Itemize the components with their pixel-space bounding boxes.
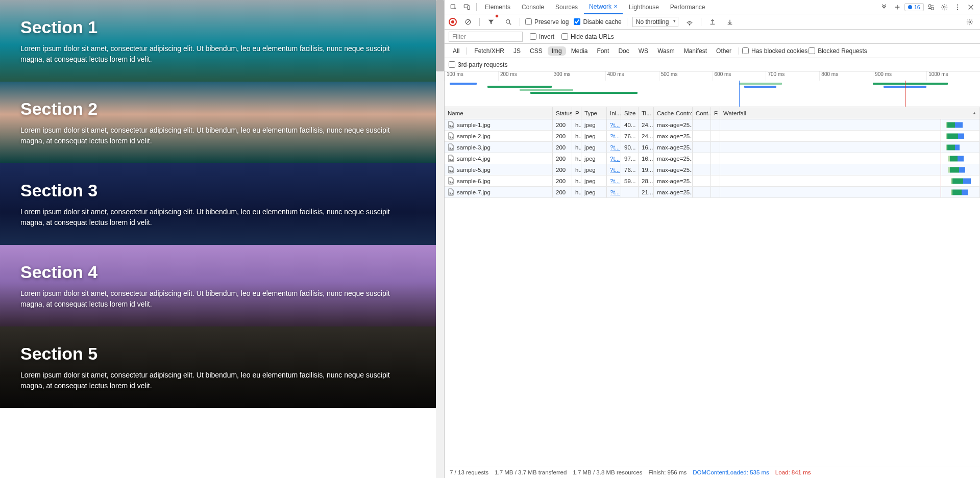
cell-name[interactable]: sample-2.jpg bbox=[445, 131, 553, 141]
table-row[interactable]: sample-2.jpg200h..jpeg?t...76...24...max… bbox=[445, 131, 980, 142]
col-size[interactable]: Size bbox=[621, 107, 639, 119]
hide-data-input[interactable] bbox=[561, 33, 568, 40]
blocked-cookies-checkbox[interactable]: Has blocked cookies bbox=[742, 47, 807, 55]
kebab-menu-icon[interactable] bbox=[951, 1, 964, 13]
col-type[interactable]: Type bbox=[581, 107, 607, 119]
tab-sources[interactable]: Sources bbox=[550, 0, 583, 14]
invert-checkbox[interactable]: Invert bbox=[530, 33, 554, 40]
cell-status: 200 bbox=[553, 142, 572, 153]
record-button[interactable] bbox=[449, 18, 457, 26]
cell-initiator[interactable]: ?t... bbox=[607, 153, 621, 164]
cell-name[interactable]: sample-3.jpg bbox=[445, 142, 553, 153]
tab-lighthouse[interactable]: Lighthouse bbox=[624, 0, 664, 14]
network-settings-icon[interactable] bbox=[964, 16, 976, 28]
col-content[interactable]: Cont... bbox=[693, 107, 711, 119]
inspect-element-icon[interactable] bbox=[448, 1, 460, 13]
col-time[interactable]: Ti... bbox=[639, 107, 654, 119]
col-protocol[interactable]: P bbox=[572, 107, 581, 119]
type-other[interactable]: Other bbox=[712, 46, 736, 56]
settings-link-icon[interactable] bbox=[925, 1, 937, 13]
tab-performance[interactable]: Performance bbox=[665, 0, 710, 14]
table-row[interactable]: sample-4.jpg200h..jpeg?t...97...16...max… bbox=[445, 153, 980, 164]
filter-input[interactable] bbox=[449, 32, 523, 42]
tick: 400 ms bbox=[605, 71, 659, 81]
table-row[interactable]: sample-6.jpg200h..jpeg?t...59...28...max… bbox=[445, 175, 980, 187]
cell-initiator[interactable]: ?t... bbox=[607, 164, 621, 175]
type-manifest[interactable]: Manifest bbox=[680, 46, 711, 56]
more-tabs-icon[interactable] bbox=[878, 1, 890, 13]
close-devtools-icon[interactable] bbox=[965, 1, 977, 13]
blocked-cookies-input[interactable] bbox=[742, 47, 749, 54]
cell-name[interactable]: sample-1.jpg bbox=[445, 119, 553, 130]
third-party-input[interactable] bbox=[449, 61, 455, 68]
tab-console[interactable]: Console bbox=[517, 0, 549, 14]
type-css[interactable]: CSS bbox=[526, 46, 547, 56]
filter-toggle-icon[interactable] bbox=[485, 16, 497, 28]
blocked-requests-checkbox[interactable]: Blocked Requests bbox=[808, 47, 867, 55]
tab-network[interactable]: Network✕ bbox=[584, 0, 623, 14]
cell-initiator[interactable]: ?t... bbox=[607, 187, 621, 197]
network-conditions-icon[interactable] bbox=[683, 16, 696, 28]
cell-name[interactable]: sample-4.jpg bbox=[445, 153, 553, 164]
request-name: sample-3.jpg bbox=[457, 144, 491, 150]
gear-icon[interactable] bbox=[938, 1, 950, 13]
cell-initiator[interactable]: ?t... bbox=[607, 175, 621, 186]
type-doc[interactable]: Doc bbox=[614, 46, 633, 56]
col-name[interactable]: Name bbox=[445, 107, 553, 119]
type-media[interactable]: Media bbox=[567, 46, 592, 56]
cell-name[interactable]: sample-6.jpg bbox=[445, 175, 553, 186]
table-row[interactable]: sample-7.jpg200h..jpeg?t...21...max-age=… bbox=[445, 187, 980, 198]
waterfall-bar bbox=[946, 144, 960, 150]
preserve-log-checkbox[interactable]: Preserve log bbox=[525, 18, 569, 26]
divider bbox=[701, 18, 701, 26]
cell-name[interactable]: sample-7.jpg bbox=[445, 187, 553, 197]
blocked-req-input[interactable] bbox=[808, 47, 815, 54]
type-js[interactable]: JS bbox=[509, 46, 525, 56]
third-party-checkbox[interactable]: 3rd-party requests bbox=[449, 61, 507, 68]
timeline-overview[interactable]: 100 ms 200 ms 300 ms 400 ms 500 ms 600 m… bbox=[445, 71, 980, 107]
hide-data-urls-checkbox[interactable]: Hide data URLs bbox=[561, 33, 614, 40]
close-icon[interactable]: ✕ bbox=[614, 4, 618, 9]
divider bbox=[476, 3, 477, 11]
col-waterfall[interactable]: Waterfall▲ bbox=[720, 107, 980, 119]
table-row[interactable]: sample-1.jpg200h..jpeg?t...40...24...max… bbox=[445, 119, 980, 131]
col-initiator[interactable]: Ini... bbox=[607, 107, 621, 119]
col-f[interactable]: F. bbox=[711, 107, 720, 119]
overview-bar bbox=[873, 83, 948, 85]
cell-status: 200 bbox=[553, 153, 572, 164]
preserve-log-input[interactable] bbox=[525, 18, 532, 25]
load-line bbox=[905, 81, 905, 107]
type-ws[interactable]: WS bbox=[634, 46, 652, 56]
tab-elements[interactable]: Elements bbox=[480, 0, 516, 14]
device-toolbar-icon[interactable] bbox=[461, 1, 473, 13]
table-row[interactable]: sample-5.jpg200h..jpeg?t...76...19...max… bbox=[445, 164, 980, 175]
issues-badge[interactable]: 16 bbox=[904, 3, 924, 11]
type-img[interactable]: Img bbox=[548, 46, 566, 56]
page-scrollbar-thumb[interactable] bbox=[436, 0, 444, 71]
search-icon[interactable] bbox=[502, 16, 514, 28]
throttling-select[interactable]: No throttling bbox=[632, 17, 679, 27]
clear-icon[interactable] bbox=[462, 16, 474, 28]
col-cache[interactable]: Cache-Control bbox=[654, 107, 693, 119]
add-tab-icon[interactable] bbox=[891, 1, 903, 13]
type-all[interactable]: All bbox=[449, 46, 463, 56]
invert-input[interactable] bbox=[530, 33, 536, 40]
cell-content bbox=[693, 175, 711, 186]
cell-initiator[interactable]: ?t... bbox=[607, 142, 621, 153]
cell-initiator[interactable]: ?t... bbox=[607, 119, 621, 130]
import-har-icon[interactable] bbox=[706, 16, 719, 28]
export-har-icon[interactable] bbox=[724, 16, 736, 28]
cell-f bbox=[711, 175, 720, 186]
table-row[interactable]: sample-3.jpg200h..jpeg?t...90...16...max… bbox=[445, 142, 980, 153]
cell-name[interactable]: sample-5.jpg bbox=[445, 164, 553, 175]
cell-f bbox=[711, 131, 720, 141]
disable-cache-input[interactable] bbox=[574, 18, 580, 25]
cell-initiator[interactable]: ?t... bbox=[607, 131, 621, 141]
disable-cache-checkbox[interactable]: Disable cache bbox=[574, 18, 621, 26]
col-status[interactable]: Status bbox=[553, 107, 572, 119]
type-font[interactable]: Font bbox=[593, 46, 613, 56]
type-fetch[interactable]: Fetch/XHR bbox=[470, 46, 508, 56]
type-wasm[interactable]: Wasm bbox=[653, 46, 679, 56]
page-scrollbar[interactable] bbox=[436, 0, 444, 478]
section-2: Section 2 Lorem ipsum dolor sit amet, co… bbox=[0, 82, 444, 163]
